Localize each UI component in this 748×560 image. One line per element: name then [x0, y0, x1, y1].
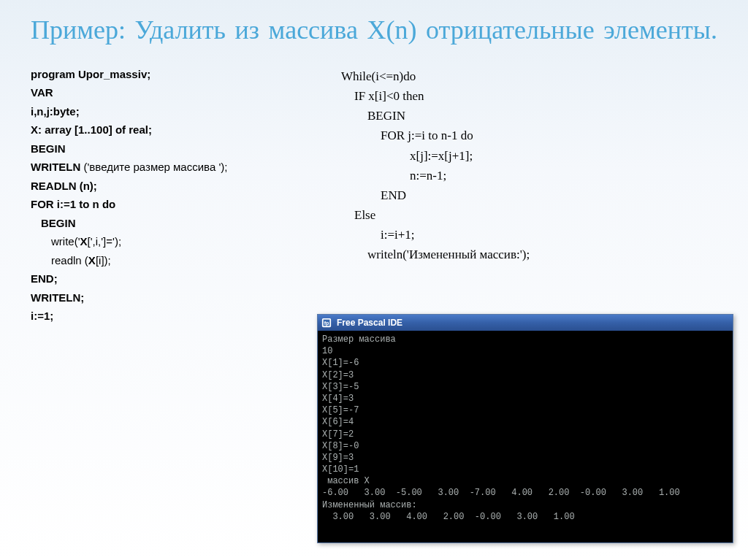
console-line: 10 — [322, 345, 728, 357]
console-line: X[10]=1 — [322, 464, 728, 475]
console-line: X[8]=-0 — [322, 440, 728, 452]
console-line: X[7]=2 — [322, 429, 728, 440]
window-titlebar[interactable]: fp Free Pascal IDE — [318, 315, 733, 331]
console-line: массив X — [322, 475, 728, 487]
code-left-column: program Upor_massiv; VAR i,n,j:byte; X: … — [31, 65, 312, 326]
console-line: X[4]=3 — [322, 393, 728, 404]
code-line: BEGIN — [31, 214, 312, 233]
console-line: Измененный массив: — [322, 499, 728, 511]
code-line: While(i<=n)do — [341, 66, 717, 86]
code-line: readln (X[i]); — [31, 251, 312, 270]
code-line: Else — [341, 205, 717, 225]
code-line: write('X[',i,']='); — [31, 232, 312, 251]
console-output: Размер массива 10 X[1]=-6 X[2]=3 X[3]=-5… — [318, 331, 733, 542]
code-line: READLN (n); — [31, 177, 312, 196]
code-line: program Upor_massiv; — [31, 65, 312, 84]
code-line: BEGIN — [31, 139, 312, 158]
console-window: fp Free Pascal IDE Размер массива 10 X[1… — [317, 314, 733, 543]
code-right-column: While(i<=n)do IF x[i]<0 then BEGIN FOR j… — [341, 65, 717, 326]
console-line: X[2]=3 — [322, 369, 728, 381]
code-line: n:=n-1; — [341, 166, 717, 185]
console-line: X[1]=-6 — [322, 357, 728, 369]
code-line: END; — [31, 269, 312, 288]
console-line: -6.00 3.00 -5.00 3.00 -7.00 4.00 2.00 -0… — [322, 487, 728, 499]
code-line: FOR i:=1 to n do — [31, 195, 312, 214]
console-line: X[9]=3 — [322, 452, 728, 464]
code-line: i:=i+1; — [341, 225, 717, 245]
content-area: program Upor_massiv; VAR i,n,j:byte; X: … — [31, 65, 717, 326]
code-line: i,n,j:byte; — [31, 102, 312, 121]
console-line: 3.00 3.00 4.00 2.00 -0.00 3.00 1.00 — [322, 511, 728, 523]
code-line: WRITELN ('введите размер массива '); — [31, 158, 312, 177]
code-line: X: array [1..100] of real; — [31, 120, 312, 139]
code-line: FOR j:=i to n-1 do — [341, 126, 717, 145]
console-line: Размер массива — [322, 334, 728, 345]
window-title: Free Pascal IDE — [337, 318, 402, 328]
code-line: writeln('Измененный массив:'); — [341, 245, 717, 264]
code-line: VAR — [31, 83, 312, 102]
code-line: BEGIN — [341, 106, 717, 126]
code-line: IF x[i]<0 then — [341, 86, 717, 106]
slide-title: Пример: Удалить из массива X(n) отрицате… — [31, 13, 717, 47]
code-line: i:=1; — [31, 307, 312, 326]
console-line: X[6]=4 — [322, 416, 728, 428]
console-line: X[5]=-7 — [322, 404, 728, 416]
code-line: WRITELN; — [31, 288, 312, 307]
console-line: X[3]=-5 — [322, 381, 728, 393]
svg-text:fp: fp — [324, 321, 329, 326]
code-line: x[j]:=x[j+1]; — [341, 146, 717, 166]
app-icon: fp — [321, 317, 332, 329]
code-line: END — [341, 185, 717, 205]
